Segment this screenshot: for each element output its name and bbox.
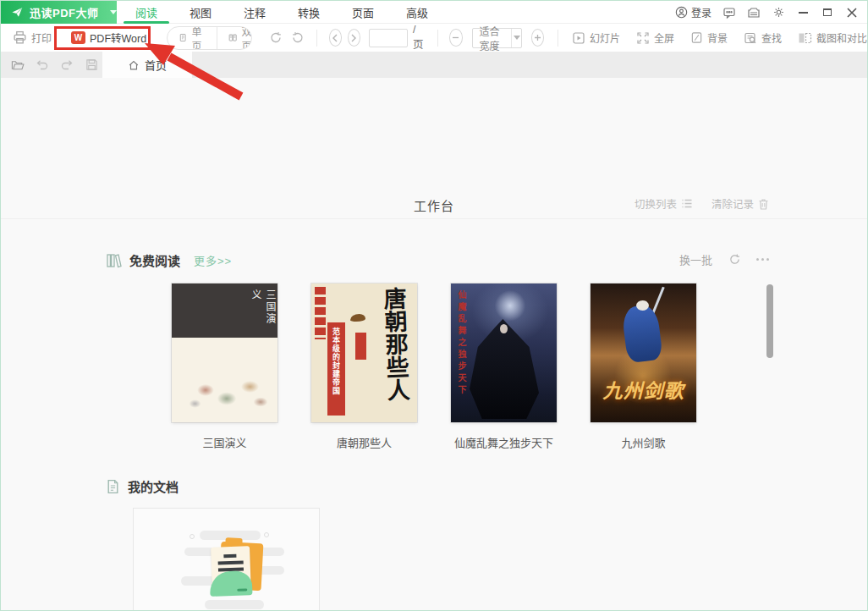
redo-icon <box>60 59 74 71</box>
switch-list-button[interactable]: 切换列表 <box>635 195 693 212</box>
single-page-button[interactable]: 单页 <box>168 27 217 49</box>
shortcut-keys-icon[interactable] <box>747 6 761 19</box>
zoom-mode-value: 适合宽度 <box>473 24 512 52</box>
word-badge-icon: W <box>71 31 85 44</box>
app-window: 迅读PDF大师 阅读 视图 注释 转换 页面 高级 登录 <box>0 0 868 611</box>
maximize-button[interactable] <box>821 6 834 19</box>
feedback-icon[interactable] <box>722 6 736 19</box>
slideshow-icon <box>572 31 585 45</box>
app-title: 迅读PDF大师 <box>30 4 99 20</box>
print-button[interactable]: 打印 <box>13 30 52 45</box>
list-view-icon <box>681 198 693 209</box>
settings-gear-icon[interactable] <box>772 6 785 19</box>
home-tab-label: 首页 <box>145 57 167 73</box>
save-icon <box>85 58 98 71</box>
cover-title-text: 三国演义 <box>172 289 277 335</box>
tab-read[interactable]: 阅读 <box>119 1 173 24</box>
page-number-input[interactable] <box>369 29 408 47</box>
book-cover-sanguo[interactable]: 三国演义 <box>172 283 277 422</box>
more-link[interactable]: 更多>> <box>194 252 232 268</box>
zoom-mode-select[interactable]: 适合宽度 <box>472 28 522 48</box>
tab-annotate[interactable]: 注释 <box>228 1 282 24</box>
home-icon <box>128 59 140 71</box>
snapshot-compare-button[interactable]: 截图和对比 <box>798 30 867 45</box>
open-file-button[interactable] <box>11 58 25 72</box>
next-page-button[interactable] <box>348 29 360 47</box>
clear-records-button[interactable]: 清除记录 <box>711 195 769 212</box>
save-button[interactable] <box>85 58 98 72</box>
tab-view[interactable]: 视图 <box>173 1 228 24</box>
printer-icon <box>13 30 27 45</box>
book-cover-xianmo[interactable]: 仙魔乱舞之独步天下 <box>451 283 557 422</box>
undo-icon <box>36 59 49 71</box>
free-reading-title: 免费阅读 <box>129 251 180 269</box>
trash-icon <box>758 198 769 210</box>
page-unit-label: /页 <box>413 24 424 52</box>
minimize-button[interactable] <box>796 6 810 19</box>
minus-icon <box>452 34 459 41</box>
document-icon <box>106 479 120 494</box>
paper-plane-icon <box>11 6 24 19</box>
cover-title-text: 九州剑歌 <box>591 375 696 404</box>
zoom-mode-caret[interactable] <box>511 29 521 47</box>
page-layout-group: 单页 双页 <box>167 26 252 50</box>
zoom-out-button[interactable] <box>449 29 462 47</box>
zoom-in-button[interactable] <box>531 29 544 47</box>
rotate-ccw-button[interactable] <box>291 31 305 45</box>
login-button[interactable]: 登录 <box>675 5 711 19</box>
book-title[interactable]: 仙魔乱舞之独步天下 <box>451 434 557 450</box>
more-options-icon[interactable] <box>756 258 769 261</box>
open-document-card[interactable] <box>133 508 320 611</box>
scrollbar-thumb[interactable] <box>766 284 773 358</box>
double-page-button[interactable]: 双页 <box>217 27 252 49</box>
change-batch-button[interactable]: 换一批 <box>679 251 712 267</box>
rotate-cw-icon <box>269 30 283 45</box>
cover-stripe-text: 范本级的封建帝国 <box>331 328 342 416</box>
reading-toolbar: 打印 W PDF转Word 单页 双页 <box>1 24 867 52</box>
titlebar: 迅读PDF大师 阅读 视图 注释 转换 页面 高级 登录 <box>1 1 867 24</box>
fullscreen-button[interactable]: 全屏 <box>636 30 674 45</box>
tab-convert[interactable]: 转换 <box>282 1 336 24</box>
rotate-cw-button[interactable] <box>269 31 283 45</box>
double-page-icon <box>228 31 237 44</box>
redo-button[interactable] <box>60 58 74 72</box>
cover-title-text: 仙魔乱舞之独步天下 <box>455 290 468 417</box>
empty-doc-illustration <box>176 524 277 611</box>
document-tabstrip: 首页 <box>1 52 867 78</box>
book-cover-tangchao[interactable]: 范本级的封建帝国 唐朝那些人 <box>311 283 417 422</box>
ribbon-tabs: 阅读 视图 注释 转换 页面 高级 <box>119 1 444 24</box>
prev-page-button[interactable] <box>329 29 342 47</box>
my-documents-header: 我的文档 <box>106 477 179 495</box>
user-icon <box>675 6 688 19</box>
refresh-icon[interactable] <box>728 253 741 267</box>
titlebar-controls: 登录 <box>675 1 859 24</box>
find-button[interactable]: 查找 <box>744 30 782 45</box>
book-cover-jiuzhou[interactable]: 九州剑歌 <box>591 283 696 422</box>
app-logo[interactable]: 迅读PDF大师 <box>1 1 117 24</box>
login-label: 登录 <box>691 5 711 19</box>
single-page-icon <box>179 31 187 44</box>
chevron-right-icon <box>350 34 357 42</box>
split-panes-icon <box>798 31 812 45</box>
home-tab[interactable]: 首页 <box>102 52 192 78</box>
chevron-left-icon <box>332 34 338 42</box>
app-menu-caret-icon[interactable] <box>110 10 117 14</box>
bookshelf-icon <box>106 253 122 268</box>
background-button[interactable]: 背景 <box>690 30 728 45</box>
undo-button[interactable] <box>36 58 49 72</box>
cover-illustration <box>172 338 277 422</box>
search-doc-icon <box>744 31 757 45</box>
fullscreen-icon <box>636 31 650 45</box>
chevron-down-icon <box>514 36 520 40</box>
close-button[interactable] <box>845 6 859 19</box>
slideshow-button[interactable]: 幻灯片 <box>572 30 620 45</box>
book-title[interactable]: 唐朝那些人 <box>311 434 417 450</box>
free-reading-header: 免费阅读 更多>> <box>106 251 232 269</box>
plus-icon <box>534 34 541 41</box>
book-title[interactable]: 三国演义 <box>172 434 277 450</box>
pdf-to-word-button[interactable]: W PDF转Word <box>71 30 146 46</box>
tab-page[interactable]: 页面 <box>336 1 390 24</box>
tab-advanced[interactable]: 高级 <box>390 1 444 24</box>
folder-open-icon <box>11 58 25 72</box>
book-title[interactable]: 九州剑歌 <box>591 434 696 450</box>
